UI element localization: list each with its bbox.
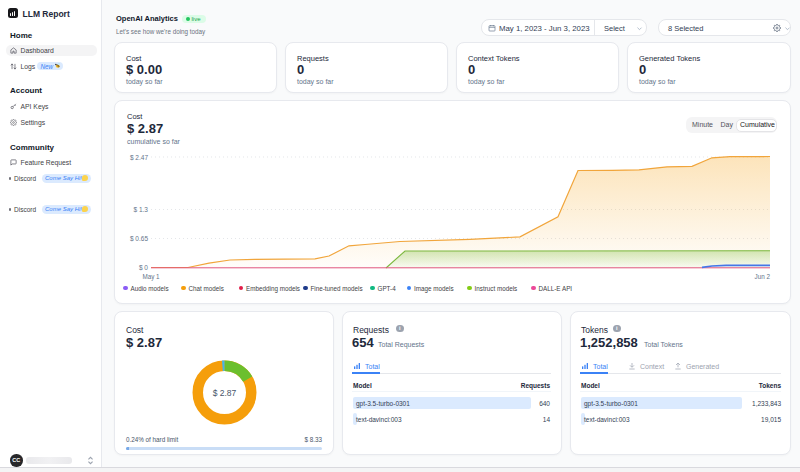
svg-text:May 1: May 1 [142,273,160,281]
svg-text:$ 0: $ 0 [139,264,148,271]
svg-text:$ 0.65: $ 0.65 [130,235,148,242]
svg-text:$ 2.87: $ 2.87 [213,388,237,398]
svg-text:Jun 2: Jun 2 [755,273,771,280]
svg-text:$ 2.47: $ 2.47 [130,154,148,161]
svg-text:$ 1.3: $ 1.3 [134,206,149,213]
